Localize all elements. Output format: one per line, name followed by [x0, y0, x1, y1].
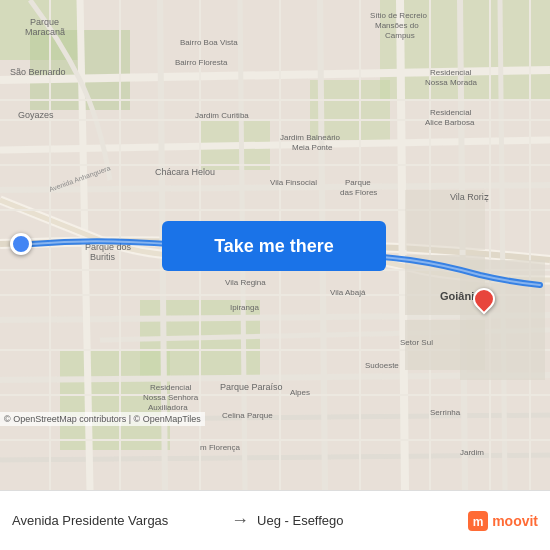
svg-text:Campus: Campus — [385, 31, 415, 40]
svg-text:Vila Rorizͅ: Vila Rorizͅ — [450, 192, 489, 202]
svg-text:Jardim Balneário: Jardim Balneário — [280, 133, 341, 142]
svg-text:Goyazes: Goyazes — [18, 110, 54, 120]
svg-text:Mansões do: Mansões do — [375, 21, 419, 30]
svg-text:Sítio de Recreio: Sítio de Recreio — [370, 11, 427, 20]
svg-text:Parque: Parque — [345, 178, 371, 187]
svg-text:São Bernardo: São Bernardo — [10, 67, 66, 77]
svg-text:Residencial: Residencial — [150, 383, 192, 392]
direction-arrow-icon: → — [231, 510, 249, 531]
destination-label: Ueg - Eseffego — [257, 513, 468, 528]
svg-text:Vila Abajá: Vila Abajá — [330, 288, 366, 297]
svg-text:Alpes: Alpes — [290, 388, 310, 397]
svg-text:Parque Paraíso: Parque Paraíso — [220, 382, 283, 392]
svg-text:Jardim Curitiba: Jardim Curitiba — [195, 111, 249, 120]
svg-text:Buritis: Buritis — [90, 252, 116, 262]
svg-text:Jardim: Jardim — [460, 448, 484, 457]
svg-text:Setor Sul: Setor Sul — [400, 338, 433, 347]
svg-text:Nossa Morada: Nossa Morada — [425, 78, 478, 87]
svg-text:Chácara Helou: Chácara Helou — [155, 167, 215, 177]
take-me-there-button[interactable]: Take me there — [162, 221, 386, 271]
map-attribution: © OpenStreetMap contributors | © OpenMap… — [0, 412, 205, 426]
svg-text:Celina Parque: Celina Parque — [222, 411, 273, 420]
destination-marker — [473, 288, 495, 316]
svg-text:m Florença: m Florença — [200, 443, 241, 452]
svg-text:das Flores: das Flores — [340, 188, 377, 197]
svg-text:Sudoeste: Sudoeste — [365, 361, 399, 370]
svg-text:Vila Regina: Vila Regina — [225, 278, 266, 287]
svg-text:Residencial: Residencial — [430, 108, 472, 117]
map-container: Parque Maracanã São Bernardo Goyazes Sít… — [0, 0, 550, 490]
svg-text:Auxiliadora: Auxiliadora — [148, 403, 188, 412]
svg-text:Serrinha: Serrinha — [430, 408, 461, 417]
moovit-logo-icon: m — [468, 511, 488, 531]
origin-label: Avenida Presidente Vargas — [12, 513, 223, 528]
svg-text:Nossa Senhora: Nossa Senhora — [143, 393, 199, 402]
svg-text:Meia Ponte: Meia Ponte — [292, 143, 333, 152]
moovit-brand-text: moovit — [492, 513, 538, 529]
svg-text:Maracanã: Maracanã — [25, 27, 65, 37]
svg-text:m: m — [473, 515, 484, 529]
svg-text:Bairro Boa Vista: Bairro Boa Vista — [180, 38, 238, 47]
svg-text:Ipiranga: Ipiranga — [230, 303, 259, 312]
svg-text:Residencial: Residencial — [430, 68, 472, 77]
svg-text:Parque: Parque — [30, 17, 59, 27]
svg-text:Alice Barbosa: Alice Barbosa — [425, 118, 475, 127]
moovit-logo: m moovit — [468, 511, 538, 531]
svg-text:Vila Finsocial: Vila Finsocial — [270, 178, 317, 187]
origin-marker — [10, 233, 32, 255]
svg-text:Bairro Floresta: Bairro Floresta — [175, 58, 228, 67]
bottom-bar: Avenida Presidente Vargas → Ueg - Eseffe… — [0, 490, 550, 550]
